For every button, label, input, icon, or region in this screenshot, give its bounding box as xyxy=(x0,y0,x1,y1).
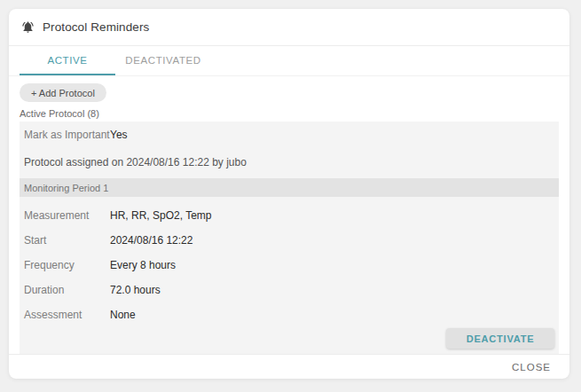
protocol-card: Mark as Important Yes Protocol assigned … xyxy=(20,122,559,354)
duration-label: Duration xyxy=(24,284,110,296)
tab-deactivated[interactable]: DEACTIVATED xyxy=(115,46,211,75)
dialog-header: Protocol Reminders xyxy=(9,9,569,46)
dialog-footer: CLOSE xyxy=(9,354,569,379)
assigned-note: Protocol assigned on 2024/08/16 12:22 by… xyxy=(20,156,559,169)
dialog-content: + Add Protocol Active Protocol (8) Mark … xyxy=(9,76,569,354)
frequency-label: Frequency xyxy=(24,259,110,271)
start-value: 2024/08/16 12:22 xyxy=(110,234,192,247)
active-protocol-count-label: Active Protocol (8) xyxy=(20,108,559,120)
close-button[interactable]: CLOSE xyxy=(512,362,551,372)
field-list: Measurement HR, RR, SpO2, Temp Start 202… xyxy=(20,209,559,321)
measurement-label: Measurement xyxy=(24,209,110,222)
important-label: Mark as Important xyxy=(24,129,110,141)
assessment-value: None xyxy=(110,309,136,321)
measurement-row: Measurement HR, RR, SpO2, Temp xyxy=(20,209,559,222)
frequency-row: Frequency Every 8 hours xyxy=(20,259,559,271)
assessment-row: Assessment None xyxy=(20,309,559,321)
tab-bar: ACTIVE DEACTIVATED xyxy=(9,46,569,76)
add-protocol-button[interactable]: + Add Protocol xyxy=(20,83,106,102)
start-label: Start xyxy=(24,234,110,247)
dialog-title: Protocol Reminders xyxy=(43,20,149,34)
important-value: Yes xyxy=(110,129,128,141)
protocol-reminders-dialog: Protocol Reminders ACTIVE DEACTIVATED + … xyxy=(9,9,569,379)
frequency-value: Every 8 hours xyxy=(110,259,176,271)
duration-value: 72.0 hours xyxy=(110,284,161,296)
monitoring-period-header: Monitoring Period 1 xyxy=(20,178,559,197)
duration-row: Duration 72.0 hours xyxy=(20,284,559,296)
important-row: Mark as Important Yes xyxy=(20,122,559,141)
assessment-label: Assessment xyxy=(24,309,110,321)
tab-active[interactable]: ACTIVE xyxy=(20,46,115,75)
deactivate-button[interactable]: DEACTIVATE xyxy=(446,328,554,349)
measurement-value: HR, RR, SpO2, Temp xyxy=(110,209,211,222)
bell-icon xyxy=(21,20,35,34)
start-row: Start 2024/08/16 12:22 xyxy=(20,234,559,247)
